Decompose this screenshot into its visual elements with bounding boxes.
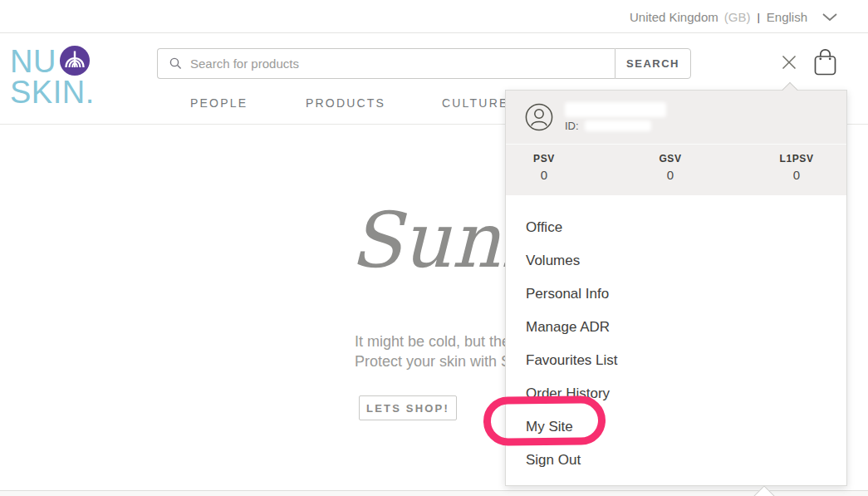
account-dropdown: ID: PSV 0 GSV 0 L1PSV 0 Office Volumes P… xyxy=(505,90,847,486)
user-avatar-icon xyxy=(525,103,553,131)
account-menu-list: Office Volumes Personal Info Manage ADR … xyxy=(506,195,846,477)
menu-item-order-history[interactable]: Order History xyxy=(506,377,846,410)
menu-item-manage-adr[interactable]: Manage ADR xyxy=(506,311,846,344)
nav-item-culture[interactable]: CULTURE xyxy=(442,96,508,110)
menu-item-sign-out[interactable]: Sign Out xyxy=(506,444,846,477)
logo-text-nu: NU xyxy=(10,47,56,76)
menu-item-favourites-list[interactable]: Favourites List xyxy=(506,344,846,377)
locale-country: United Kingdom xyxy=(630,10,718,24)
locale-country-code: (GB) xyxy=(724,10,751,24)
menu-item-volumes[interactable]: Volumes xyxy=(506,244,846,277)
chevron-down-icon[interactable] xyxy=(821,12,838,22)
user-name-redacted xyxy=(565,102,666,117)
locale-separator: | xyxy=(757,11,759,23)
stat-l1psv: L1PSV 0 xyxy=(772,153,821,195)
volume-stats-row: PSV 0 GSV 0 L1PSV 0 xyxy=(506,144,846,195)
fountain-logo-icon xyxy=(60,46,90,78)
stat-gsv: GSV 0 xyxy=(645,153,695,195)
nav-item-people[interactable]: PEOPLE xyxy=(190,96,248,110)
user-id-label: ID: xyxy=(565,120,579,132)
menu-item-office[interactable]: Office xyxy=(506,211,846,244)
stat-l1psv-label: L1PSV xyxy=(772,153,821,165)
search-button[interactable]: SEARCH xyxy=(615,48,691,79)
stat-psv-value: 0 xyxy=(519,168,569,182)
bottom-caret-up-icon xyxy=(750,485,778,496)
menu-item-personal-info[interactable]: Personal Info xyxy=(506,277,846,311)
hero-copy: It might be cold, but the Protect your s… xyxy=(355,331,511,371)
stat-psv-label: PSV xyxy=(519,153,569,165)
stat-l1psv-value: 0 xyxy=(772,168,821,182)
menu-item-my-site[interactable]: My Site xyxy=(506,410,846,444)
stat-psv: PSV 0 xyxy=(519,153,569,195)
account-user-header: ID: xyxy=(506,91,846,144)
search-bar: SEARCH xyxy=(157,48,691,79)
dropdown-caret-up-icon xyxy=(777,81,802,91)
stat-gsv-value: 0 xyxy=(645,168,695,182)
close-icon[interactable] xyxy=(782,55,797,70)
search-field[interactable] xyxy=(157,48,615,79)
logo-text-skin: SKIN. xyxy=(10,78,95,107)
search-icon xyxy=(169,57,182,70)
hero-copy-line2: Protect your skin with S xyxy=(355,351,511,371)
shopping-bag-icon[interactable] xyxy=(812,47,839,77)
user-id-redacted xyxy=(585,120,651,131)
locale-language: English xyxy=(767,10,807,24)
hero-copy-line1: It might be cold, but the xyxy=(355,331,511,351)
page: United Kingdom (GB) | English NU xyxy=(0,0,868,496)
locale-selector[interactable]: United Kingdom (GB) | English xyxy=(630,0,838,33)
top-locale-bar: United Kingdom (GB) | English xyxy=(0,0,868,33)
bottom-strip xyxy=(0,491,868,496)
nuskin-logo[interactable]: NU SKIN. xyxy=(10,47,95,107)
nav-item-products[interactable]: PRODUCTS xyxy=(306,96,385,110)
stat-gsv-label: GSV xyxy=(645,153,695,165)
search-input[interactable] xyxy=(190,56,589,71)
lets-shop-button[interactable]: LETS SHOP! xyxy=(359,395,457,420)
